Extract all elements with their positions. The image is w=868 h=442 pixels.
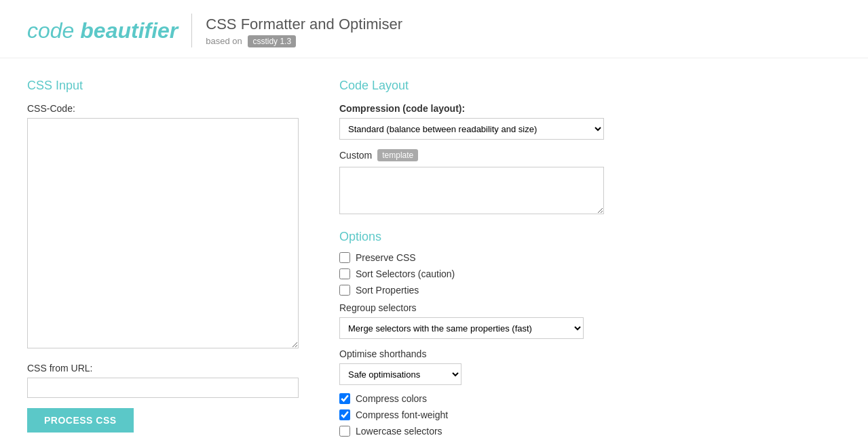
css-code-textarea[interactable] <box>27 118 299 348</box>
css-url-input[interactable] <box>27 378 299 398</box>
custom-label: Custom <box>339 150 372 161</box>
compress-colors-row: Compress colors <box>339 393 841 404</box>
compression-select[interactable]: Standard (balance between readability an… <box>339 118 604 140</box>
sort-selectors-label: Sort Selectors (caution) <box>356 268 455 279</box>
sort-selectors-checkbox[interactable] <box>339 268 350 279</box>
based-on-text: based on <box>206 36 242 46</box>
left-panel: CSS Input CSS-Code: CSS from URL: PROCES… <box>27 79 299 442</box>
template-badge: template <box>377 149 418 161</box>
custom-template-textarea[interactable] <box>339 167 604 214</box>
css-input-title: CSS Input <box>27 79 299 93</box>
compression-label: Compression (code layout): <box>339 103 841 114</box>
sort-selectors-row: Sort Selectors (caution) <box>339 268 841 279</box>
regroup-select[interactable]: Merge selectors with the same properties… <box>339 317 584 339</box>
sort-properties-label: Sort Properties <box>356 285 419 296</box>
compress-colors-checkbox[interactable] <box>339 393 350 404</box>
preserve-css-label: Preserve CSS <box>356 252 416 263</box>
csstidy-badge: csstidy 1.3 <box>248 35 296 47</box>
compress-font-weight-label: Compress font-weight <box>356 409 448 420</box>
optimise-select[interactable]: Safe optimisations No optimisations All … <box>339 363 461 385</box>
options-title: Options <box>339 230 841 244</box>
css-url-label: CSS from URL: <box>27 363 299 374</box>
compress-font-weight-row: Compress font-weight <box>339 409 841 420</box>
code-layout-title: Code Layout <box>339 79 841 93</box>
sort-properties-row: Sort Properties <box>339 285 841 296</box>
lowercase-selectors-label: Lowercase selectors <box>356 426 442 437</box>
page-header: code beautifier CSS Formatter and Optimi… <box>0 0 868 58</box>
header-subtitle: CSS Formatter and Optimiser based on css… <box>206 16 402 46</box>
preserve-css-row: Preserve CSS <box>339 252 841 263</box>
compress-colors-label: Compress colors <box>356 393 427 404</box>
regroup-label: Regroup selectors <box>339 302 841 313</box>
header-based-on: based on csstidy 1.3 <box>206 36 296 46</box>
header-divider <box>191 14 192 47</box>
site-logo: code beautifier <box>27 18 178 43</box>
right-panel: Code Layout Compression (code layout): S… <box>339 79 841 442</box>
preserve-css-checkbox[interactable] <box>339 252 350 263</box>
optimise-label: Optimise shorthands <box>339 348 841 359</box>
compress-font-weight-checkbox[interactable] <box>339 409 350 420</box>
process-css-button[interactable]: PROCESS CSS <box>27 408 134 433</box>
custom-template-row: Custom template <box>339 149 841 161</box>
sort-properties-checkbox[interactable] <box>339 285 350 296</box>
css-code-label: CSS-Code: <box>27 103 299 114</box>
lowercase-selectors-row: Lowercase selectors <box>339 426 841 437</box>
main-content: CSS Input CSS-Code: CSS from URL: PROCES… <box>0 58 868 442</box>
lowercase-selectors-checkbox[interactable] <box>339 426 350 437</box>
header-title: CSS Formatter and Optimiser <box>206 16 402 33</box>
